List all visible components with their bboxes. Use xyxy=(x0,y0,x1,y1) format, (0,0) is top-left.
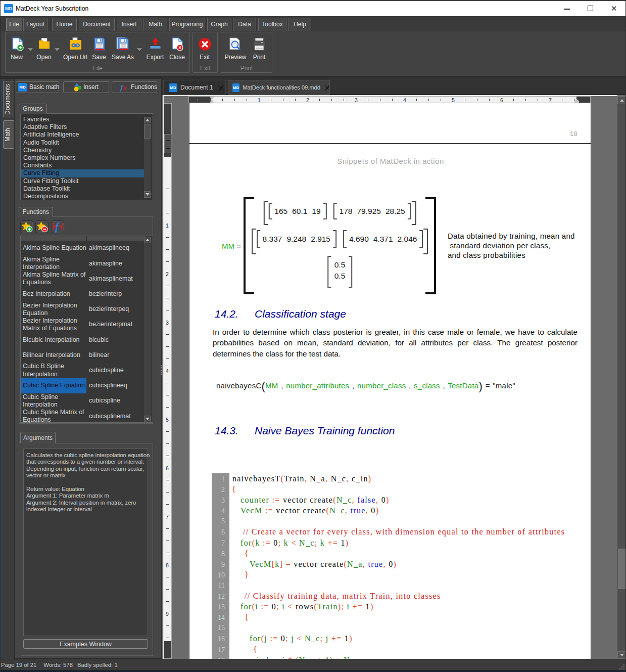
svg-text:f: f xyxy=(55,221,60,233)
